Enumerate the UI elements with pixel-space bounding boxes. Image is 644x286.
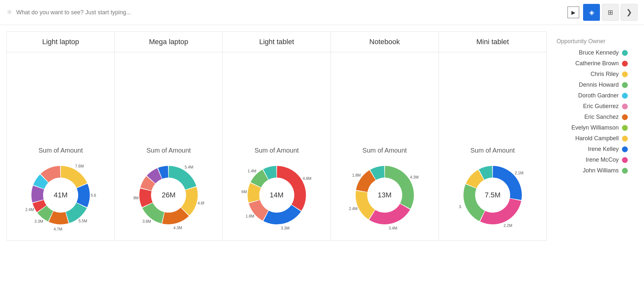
svg-text:4.3M: 4.3M bbox=[410, 175, 419, 180]
donut-center-mini-tablet: 7.5M bbox=[485, 191, 500, 199]
legend-item-dot bbox=[622, 50, 628, 56]
legend-item: Chris Riley bbox=[556, 71, 628, 78]
terminal-button[interactable]: ❯ bbox=[621, 4, 638, 21]
legend: Opportunity Owner Bruce KennedyCatherine… bbox=[547, 31, 638, 241]
legend-item-name: Doroth Gardner bbox=[578, 92, 619, 99]
svg-text:3.3M: 3.3M bbox=[281, 226, 289, 230]
col-header-4: Mini tablet bbox=[439, 32, 546, 52]
chart-cell-light-tablet: Sum of Amount4.8M3.3M1.8M1.6M1.4M14M bbox=[223, 52, 331, 241]
svg-text:2.1M: 2.1M bbox=[515, 171, 523, 175]
chart-icon: ◈ bbox=[589, 8, 594, 16]
legend-item-dot bbox=[622, 93, 628, 99]
legend-item-name: Catherine Brown bbox=[575, 60, 619, 67]
donut-light-laptop: 7.6M5.6M5.5M4.7M3.3M2.4M41M bbox=[25, 159, 96, 231]
chart-cell-mini-tablet: Sum of Amount2.1M2.2M3.7.5M bbox=[439, 52, 546, 241]
svg-text:4.8M: 4.8M bbox=[302, 176, 311, 181]
legend-item-dot bbox=[622, 168, 628, 174]
svg-text:2.9M: 2.9M bbox=[133, 196, 139, 200]
play-button[interactable]: ▶ bbox=[568, 6, 579, 18]
svg-text:2.4M: 2.4M bbox=[349, 206, 357, 211]
header-actions: ◈ ⊞ ❯ bbox=[583, 4, 638, 21]
chart-subtitle-notebook: Sum of Amount bbox=[362, 147, 407, 154]
grid-view-button[interactable]: ⊞ bbox=[602, 4, 619, 21]
legend-item-dot bbox=[622, 104, 628, 109]
legend-item: Doroth Gardner bbox=[556, 92, 628, 99]
svg-text:4.3M: 4.3M bbox=[173, 226, 182, 230]
legend-item: Harold Campbell bbox=[556, 135, 628, 142]
legend-item-name: John Williams bbox=[583, 167, 619, 174]
svg-text:1.4M: 1.4M bbox=[248, 169, 256, 173]
legend-item: Catherine Brown bbox=[556, 60, 628, 67]
donut-light-tablet: 4.8M3.3M1.8M1.6M1.4M14M bbox=[241, 159, 312, 231]
legend-item-name: Irene McCoy bbox=[586, 156, 619, 163]
donut-center-mega-laptop: 26M bbox=[162, 191, 176, 199]
legend-item-dot bbox=[622, 146, 628, 152]
header: ✳ ▶ ◈ ⊞ ❯ bbox=[0, 0, 644, 25]
svg-text:1.6M: 1.6M bbox=[241, 190, 247, 194]
svg-text:5.5M: 5.5M bbox=[78, 219, 87, 223]
chart-row: Sum of Amount7.6M5.6M5.5M4.7M3.3M2.4M41M… bbox=[7, 52, 546, 241]
legend-item-name: Bruce Kennedy bbox=[579, 49, 619, 56]
play-icon: ▶ bbox=[571, 9, 575, 16]
legend-item: Irene Kelley bbox=[556, 146, 628, 153]
col-header-1: Mega laptop bbox=[115, 32, 223, 52]
chart-cell-light-laptop: Sum of Amount7.6M5.6M5.5M4.7M3.3M2.4M41M bbox=[7, 52, 115, 241]
search-input[interactable] bbox=[16, 9, 564, 16]
legend-item-name: Evelyn Williamson bbox=[571, 124, 619, 131]
chart-subtitle-light-laptop: Sum of Amount bbox=[39, 147, 83, 154]
svg-text:2.2M: 2.2M bbox=[504, 223, 512, 228]
donut-center-light-tablet: 14M bbox=[270, 191, 284, 199]
legend-item-name: Chris Riley bbox=[591, 71, 619, 78]
donut-center-notebook: 13M bbox=[378, 191, 392, 199]
legend-item-name: Dennis Howard bbox=[579, 81, 619, 88]
legend-item-dot bbox=[622, 125, 628, 131]
svg-text:5.4M: 5.4M bbox=[185, 165, 193, 169]
chart-view-button[interactable]: ◈ bbox=[583, 4, 600, 21]
svg-text:3.3M: 3.3M bbox=[34, 219, 43, 224]
col-header-3: Notebook bbox=[331, 32, 439, 52]
legend-item: Bruce Kennedy bbox=[556, 49, 628, 56]
column-headers: Light laptopMega laptopLight tabletNoteb… bbox=[7, 32, 546, 52]
svg-text:2.4M: 2.4M bbox=[25, 207, 34, 212]
svg-text:5.6M: 5.6M bbox=[91, 193, 96, 198]
legend-item: Eric Sanchez bbox=[556, 114, 628, 120]
chart-cell-notebook: Sum of Amount4.3M3.4M2.4M1.8M13M bbox=[331, 52, 439, 241]
donut-notebook: 4.3M3.4M2.4M1.8M13M bbox=[349, 159, 420, 231]
chart-subtitle-mega-laptop: Sum of Amount bbox=[146, 147, 191, 154]
svg-text:1.8M: 1.8M bbox=[245, 214, 254, 218]
main-content: Light laptopMega laptopLight tabletNoteb… bbox=[0, 25, 644, 247]
legend-item-name: Irene Kelley bbox=[588, 146, 619, 153]
chart-subtitle-light-tablet: Sum of Amount bbox=[254, 147, 299, 154]
legend-item: Eric Gutierrez bbox=[556, 103, 628, 110]
donut-mega-laptop: 5.4M4.6M4.3M3.8M2.9M26M bbox=[133, 159, 204, 231]
svg-text:4.6M: 4.6M bbox=[198, 201, 205, 205]
donut-mini-tablet: 2.1M2.2M3.7.5M bbox=[457, 159, 528, 231]
svg-text:7.6M: 7.6M bbox=[75, 164, 84, 168]
svg-text:4.7M: 4.7M bbox=[54, 227, 63, 231]
grid-icon: ⊞ bbox=[608, 8, 613, 16]
donut-center-light-laptop: 41M bbox=[54, 191, 68, 199]
col-header-0: Light laptop bbox=[7, 32, 115, 52]
terminal-icon: ❯ bbox=[626, 8, 632, 17]
legend-item: Irene McCoy bbox=[556, 156, 628, 163]
legend-item-dot bbox=[622, 114, 628, 120]
legend-item-name: Harold Campbell bbox=[575, 135, 619, 142]
svg-text:3.: 3. bbox=[459, 205, 462, 209]
chart-subtitle-mini-tablet: Sum of Amount bbox=[471, 147, 515, 154]
legend-item: Dennis Howard bbox=[556, 81, 628, 88]
svg-text:3.4M: 3.4M bbox=[389, 226, 397, 230]
col-header-2: Light tablet bbox=[223, 32, 331, 52]
legend-item: John Williams bbox=[556, 167, 628, 174]
legend-title: Opportunity Owner bbox=[556, 38, 628, 45]
chart-cell-mega-laptop: Sum of Amount5.4M4.6M4.3M3.8M2.9M26M bbox=[115, 52, 223, 241]
legend-item-dot bbox=[622, 61, 628, 67]
star-icon: ✳ bbox=[6, 8, 12, 17]
legend-item: Evelyn Williamson bbox=[556, 124, 628, 131]
svg-text:3.8M: 3.8M bbox=[143, 219, 151, 224]
legend-item-dot bbox=[622, 136, 628, 142]
legend-item-dot bbox=[622, 71, 628, 77]
legend-item-name: Eric Sanchez bbox=[584, 114, 619, 120]
legend-item-dot bbox=[622, 82, 628, 88]
charts-area: Light laptopMega laptopLight tabletNoteb… bbox=[6, 31, 547, 241]
svg-text:1.8M: 1.8M bbox=[352, 173, 361, 178]
